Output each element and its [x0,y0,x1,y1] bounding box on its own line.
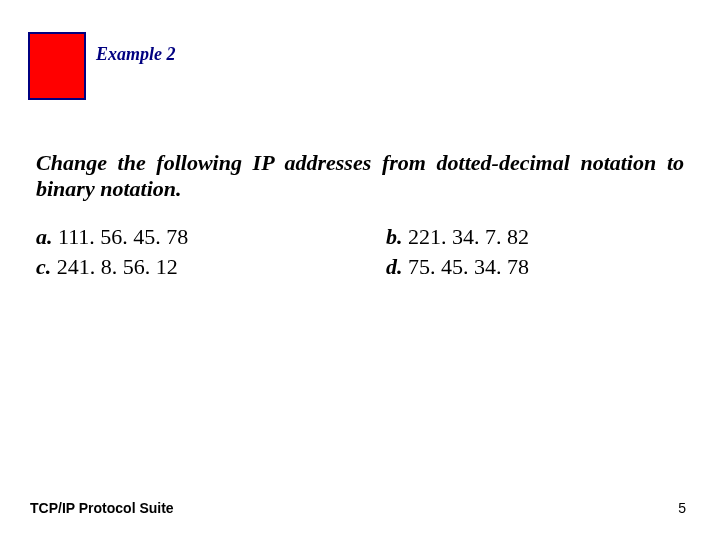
item-value: 111. 56. 45. 78 [58,224,188,249]
item-label: a. [36,224,53,249]
page-number: 5 [678,500,686,516]
items-grid: a. 111. 56. 45. 78 b. 221. 34. 7. 82 c. … [36,222,684,281]
item-b: b. 221. 34. 7. 82 [386,222,684,252]
item-label: c. [36,254,51,279]
item-a: a. 111. 56. 45. 78 [36,222,386,252]
item-c: c. 241. 8. 56. 12 [36,252,386,282]
items-row: c. 241. 8. 56. 12 d. 75. 45. 34. 78 [36,252,684,282]
items-row: a. 111. 56. 45. 78 b. 221. 34. 7. 82 [36,222,684,252]
item-d: d. 75. 45. 34. 78 [386,252,684,282]
footer-title: TCP/IP Protocol Suite [30,500,174,516]
accent-box [28,32,86,100]
example-title: Example 2 [96,44,176,65]
item-label: d. [386,254,403,279]
question-prompt: Change the following IP addresses from d… [36,150,684,202]
item-label: b. [386,224,403,249]
item-value: 221. 34. 7. 82 [408,224,529,249]
item-value: 241. 8. 56. 12 [57,254,178,279]
item-value: 75. 45. 34. 78 [408,254,529,279]
